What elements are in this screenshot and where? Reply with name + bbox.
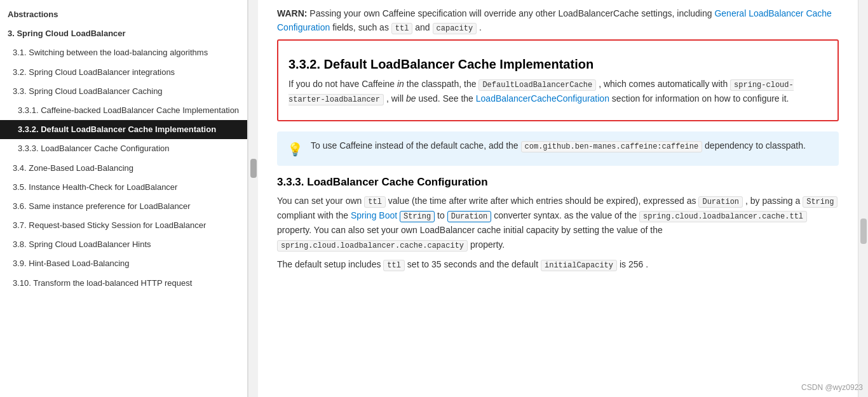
- main-content: WARN: Passing your own Caffeine specific…: [258, 0, 858, 397]
- p2-code-ttl: ttl: [383, 260, 405, 271]
- section-332-box: 3.3.2. Default LoadBalancer Cache Implem…: [277, 39, 839, 121]
- main-scrollbar-track[interactable]: [858, 0, 868, 397]
- sidebar-item-zone-based[interactable]: 3.4. Zone-Based Load-Balancing: [0, 159, 247, 178]
- p2-code-initial-capacity: initialCapacity: [541, 260, 617, 271]
- sidebar-item-health-check[interactable]: 3.5. Instance Health-Check for LoadBalan…: [0, 178, 247, 197]
- sidebar-item-caching[interactable]: 3.3. Spring Cloud LoadBalancer Caching: [0, 82, 247, 101]
- p1-code-ttl: ttl: [364, 196, 386, 208]
- section-332-title: 3.3.2. Default LoadBalancer Cache Implem…: [288, 57, 827, 72]
- csdn-watermark: CSDN @wyz0923: [801, 383, 863, 392]
- warn-paragraph: WARN: Passing your own Caffeine specific…: [277, 6, 839, 36]
- tip-text: To use Caffeine instead of the default c…: [311, 140, 806, 151]
- sidebar-item-transform[interactable]: 3.10. Transform the load-balanced HTTP r…: [0, 274, 247, 293]
- main-scrollbar-thumb[interactable]: [860, 219, 867, 244]
- p1-code-duration2: Duration: [447, 211, 492, 222]
- section-333-title: 3.3.3. LoadBalancer Cache Configuration: [277, 176, 839, 189]
- lb-cache-config-link[interactable]: LoadBalancerCacheConfiguration: [476, 93, 609, 104]
- warn-prefix: WARN:: [277, 8, 309, 18]
- section-333-paragraph2: The default setup includes ttl set to 35…: [277, 257, 839, 272]
- sidebar-item-hint-based[interactable]: 3.9. Hint-Based Load-Balancing: [0, 254, 247, 273]
- warn-text: Passing your own Caffeine specification …: [309, 8, 714, 18]
- p1-code-string: String: [803, 196, 837, 208]
- p1-code-string2: String: [400, 211, 435, 222]
- warn-code-ttl: ttl: [391, 23, 413, 34]
- tip-box: 💡 To use Caffeine instead of the default…: [277, 131, 839, 166]
- sidebar-item-cache-config[interactable]: 3.3.3. LoadBalancer Cache Configuration: [0, 139, 247, 158]
- section-332-paragraph: If you do not have Caffeine in the class…: [288, 77, 827, 106]
- p1-code-cache-capacity: spring.cloud.loadbalancer.cache.capacity: [277, 240, 468, 252]
- sidebar-item-default-impl[interactable]: 3.3.2. Default LoadBalancer Cache Implem…: [0, 120, 247, 139]
- sidebar-item-switching[interactable]: 3.1. Switching between the load-balancin…: [0, 43, 247, 62]
- p1-code-cache-ttl: spring.cloud.loadbalancer.cache.ttl: [639, 211, 807, 222]
- section-333-paragraph1: You can set your own ttl value (the time…: [277, 194, 839, 252]
- tip-code-caffeine: com.github.ben-manes.caffeine:caffeine: [521, 141, 703, 152]
- sidebar-item-abstractions[interactable]: Abstractions: [0, 5, 247, 24]
- code-default-lb-cache: DefaultLoadBalancerCache: [478, 79, 596, 91]
- sidebar-item-spring-cloud-lb[interactable]: 3. Spring Cloud LoadBalancer: [0, 24, 247, 43]
- tip-icon: 💡: [287, 142, 303, 157]
- warn-code-capacity: capacity: [433, 23, 477, 34]
- sidebar-scrollbar-thumb[interactable]: [250, 159, 257, 178]
- sidebar-item-integrations[interactable]: 3.2. Spring Cloud LoadBalancer integrati…: [0, 63, 247, 82]
- sidebar-item-caffeine-impl[interactable]: 3.3.1. Caffeine-backed LoadBalancer Cach…: [0, 101, 247, 120]
- p1-code-duration: Duration: [698, 196, 743, 208]
- spring-boot-link[interactable]: Spring Boot: [351, 210, 397, 220]
- sidebar-scrollbar-track[interactable]: [248, 0, 258, 397]
- sidebar-item-same-instance[interactable]: 3.6. Same instance preference for LoadBa…: [0, 197, 247, 216]
- sidebar-item-sticky-session[interactable]: 3.7. Request-based Sticky Session for Lo…: [0, 216, 247, 235]
- sidebar-item-hints[interactable]: 3.8. Spring Cloud LoadBalancer Hints: [0, 235, 247, 254]
- sidebar: Abstractions3. Spring Cloud LoadBalancer…: [0, 0, 248, 397]
